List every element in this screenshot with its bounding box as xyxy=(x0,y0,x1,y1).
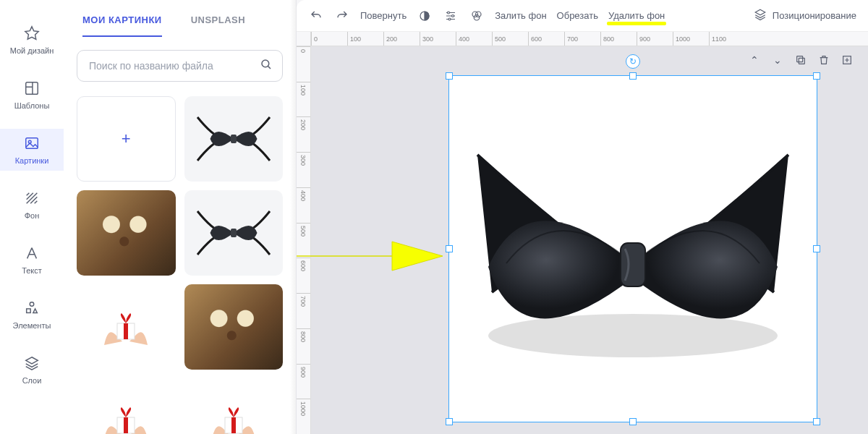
ruler-horizontal: 010020030040050060070080090010001100 xyxy=(311,32,868,46)
image-grid: + xyxy=(64,89,296,434)
delete-icon[interactable] xyxy=(816,52,832,68)
nav-layers[interactable]: Слои xyxy=(0,349,64,391)
star-icon xyxy=(23,25,41,42)
layers-icon xyxy=(23,354,41,372)
positioning-label: Позиционирование xyxy=(773,10,856,21)
remove-bg-button[interactable]: Удалить фон xyxy=(608,10,665,21)
svg-rect-0 xyxy=(26,82,38,95)
stack-icon xyxy=(754,8,767,23)
resize-handle-tl[interactable] xyxy=(446,72,453,80)
contrast-icon[interactable] xyxy=(417,9,433,22)
move-down-icon[interactable]: ⌄ xyxy=(770,52,786,68)
svg-point-3 xyxy=(30,302,34,307)
search-box xyxy=(77,50,283,82)
search-input[interactable] xyxy=(77,50,283,82)
cat-thumb xyxy=(184,284,284,370)
image-tile[interactable] xyxy=(77,190,176,276)
canvas-area: Повернуть Залить фон Обрезать Удалить фо… xyxy=(297,0,868,434)
adjust-icon[interactable] xyxy=(443,9,459,22)
svg-rect-7 xyxy=(231,229,237,237)
nav-label: Текст xyxy=(22,266,42,275)
rotate-button[interactable]: Повернуть xyxy=(360,10,407,21)
gift-thumb xyxy=(184,378,284,434)
rotate-handle[interactable]: ↻ xyxy=(626,54,640,69)
nav-my-design[interactable]: Мой дизайн xyxy=(0,19,64,61)
svg-rect-4 xyxy=(27,309,31,313)
plus-icon: + xyxy=(122,129,131,148)
svg-point-17 xyxy=(448,18,451,20)
svg-rect-6 xyxy=(231,135,237,143)
nav-label: Шаблоны xyxy=(14,101,50,110)
svg-rect-13 xyxy=(231,417,236,433)
annotation-arrow xyxy=(297,234,450,278)
nav-pictures[interactable]: Картинки xyxy=(0,129,64,171)
bowtie-thumb xyxy=(190,200,277,265)
ruler-corner xyxy=(297,32,311,46)
svg-rect-9 xyxy=(124,323,128,339)
templates-icon xyxy=(23,80,41,97)
nav-label: Элементы xyxy=(13,321,51,330)
nav-text[interactable]: Текст xyxy=(0,239,64,281)
svg-rect-22 xyxy=(797,56,803,62)
redo-button[interactable] xyxy=(334,9,350,22)
resize-handle-t[interactable] xyxy=(629,72,637,80)
svg-rect-11 xyxy=(124,417,128,433)
nav-background[interactable]: Фон xyxy=(0,184,64,226)
nav-templates[interactable]: Шаблоны xyxy=(0,74,64,116)
copy-icon[interactable] xyxy=(793,52,809,68)
side-panel: МОИ КАРТИНКИ UNSPLASH + xyxy=(64,0,297,434)
image-tile[interactable] xyxy=(184,378,284,434)
move-up-icon[interactable]: ⌃ xyxy=(746,52,762,68)
add-icon[interactable] xyxy=(839,52,855,68)
image-tile[interactable] xyxy=(77,378,176,434)
search-icon[interactable] xyxy=(260,58,273,74)
resize-handle-tr[interactable] xyxy=(813,72,820,80)
bowtie-thumb xyxy=(190,106,277,171)
image-tile[interactable] xyxy=(184,190,284,276)
gift-thumb xyxy=(77,284,176,370)
selection-box[interactable]: ↻ xyxy=(448,75,817,422)
left-nav: Мой дизайн Шаблоны Картинки Фон Текст Эл… xyxy=(0,0,64,434)
tab-my-pictures[interactable]: МОИ КАРТИНКИ xyxy=(82,14,162,37)
resize-handle-r[interactable] xyxy=(813,245,820,252)
resize-handle-b[interactable] xyxy=(629,418,637,425)
svg-rect-21 xyxy=(799,58,804,64)
resize-handle-bl[interactable] xyxy=(446,418,453,425)
nav-label: Фон xyxy=(25,211,40,220)
svg-point-15 xyxy=(448,12,450,14)
svg-point-19 xyxy=(476,12,482,17)
tab-unsplash[interactable]: UNSPLASH xyxy=(191,14,246,37)
image-icon xyxy=(23,135,41,152)
resize-handle-br[interactable] xyxy=(813,418,820,425)
svg-point-5 xyxy=(262,60,269,67)
panel-tabs: МОИ КАРТИНКИ UNSPLASH xyxy=(64,0,296,37)
crop-button[interactable]: Обрезать xyxy=(557,10,598,21)
positioning-button[interactable]: Позиционирование xyxy=(754,8,856,23)
image-tile[interactable] xyxy=(184,96,284,182)
texture-icon xyxy=(23,190,41,207)
text-icon xyxy=(23,244,41,262)
nav-elements[interactable]: Элементы xyxy=(0,294,64,336)
image-tile[interactable] xyxy=(77,284,176,370)
image-tile[interactable] xyxy=(184,284,284,370)
cat-thumb xyxy=(77,190,176,276)
object-toolbar: ⌃ ⌄ xyxy=(746,52,855,68)
color-icon[interactable] xyxy=(469,9,485,22)
topbar: Повернуть Залить фон Обрезать Удалить фо… xyxy=(297,0,868,32)
gift-thumb xyxy=(77,378,176,434)
undo-button[interactable] xyxy=(308,9,324,22)
shapes-icon xyxy=(23,299,41,317)
workspace[interactable]: 010020030040050060070080090010001100 010… xyxy=(297,32,868,434)
svg-point-16 xyxy=(452,14,454,17)
fill-bg-button[interactable]: Залить фон xyxy=(495,10,546,21)
nav-label: Слои xyxy=(22,376,42,385)
svg-point-20 xyxy=(474,14,480,20)
svg-rect-1 xyxy=(26,138,38,149)
nav-label: Картинки xyxy=(15,156,49,165)
nav-label: Мой дизайн xyxy=(10,46,54,55)
add-image-tile[interactable]: + xyxy=(77,96,176,182)
